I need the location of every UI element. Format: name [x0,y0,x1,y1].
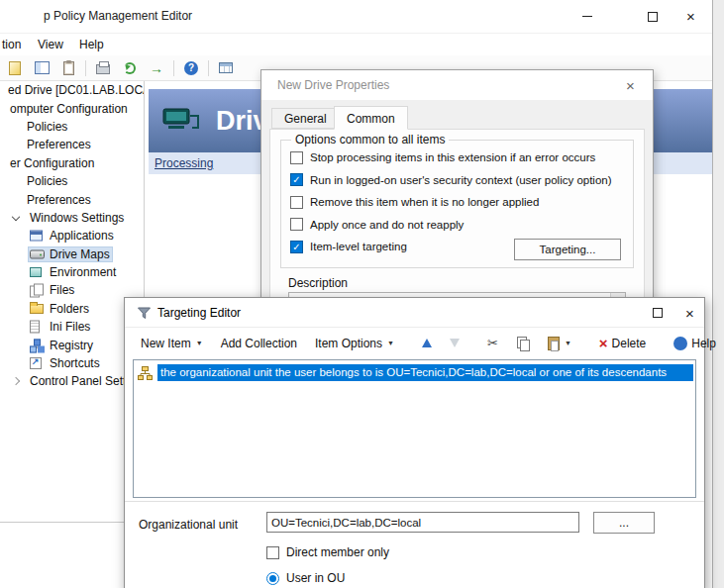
minimize-icon [582,16,592,17]
tree-item-preferences[interactable]: Preferences [0,136,144,153]
tree-item-files[interactable]: Files [0,281,144,299]
refresh-button[interactable] [120,58,140,78]
maximize-icon [653,308,663,318]
checkbox-checked[interactable] [290,173,303,186]
tree-toggle-button[interactable] [32,58,52,78]
checkbox-label: Apply once and do not reapply [310,219,464,231]
export-icon [150,60,163,76]
clipboard-button[interactable] [58,58,78,78]
user-in-ou-option[interactable]: User in OU [266,571,345,585]
option-run-in-logged-on-user-s-security-context-user-policy-option[interactable]: Run in logged-on user's security context… [290,169,633,192]
export-button[interactable] [147,58,166,78]
drive-dialog-titlebar[interactable]: New Drive Properties × [261,70,653,100]
targeting-item-list[interactable]: the organizational unit the user belongs… [133,359,696,498]
copy-icon [516,337,530,350]
tree-item-drive-maps[interactable]: Drive Maps [0,245,144,263]
checkbox-label: Run in logged-on user's security context… [310,174,612,186]
cut-button[interactable] [479,332,506,354]
tree-item-policies[interactable]: Policies [0,172,144,190]
applications-icon [30,231,43,242]
registry-icon [30,339,44,351]
targeting-close-button[interactable]: × [673,298,706,328]
tree-item-policies[interactable]: Policies [0,118,144,136]
chevron-expanded-icon[interactable] [12,213,20,221]
processing-link[interactable]: Processing [155,156,213,170]
targeting-button[interactable]: Targeting... [514,239,621,260]
help-label: Help [691,337,716,350]
maximize-icon [648,12,658,22]
direct-member-checkbox[interactable] [266,546,279,559]
tree-item-folders[interactable]: Folders [0,300,144,318]
new-drive-properties-dialog: New Drive Properties × General Common Op… [260,69,654,312]
tree-item-ed-drive-dc01-lab-loca[interactable]: ed Drive [DC01.LAB.LOCA [0,81,144,99]
targeting-list-item[interactable]: the organizational unit the user belongs… [136,363,693,382]
organizational-unit-input[interactable] [266,512,579,533]
tree-item-preferences[interactable]: Preferences [0,190,144,208]
tree-item-label: Policies [27,120,67,134]
qhelp-button[interactable] [181,58,201,78]
tree-item-environment[interactable]: Environment [0,263,144,281]
menu-help[interactable]: Help [79,38,104,51]
tree-item-label: Shortcuts [50,356,100,370]
down-arrow-icon [450,339,460,347]
environment-icon [30,267,42,277]
description-label: Description [288,276,348,290]
menu-view[interactable]: View [38,38,63,51]
targeting-editor-dialog: Targeting Editor × New Item▼Add Collecti… [124,297,705,588]
option-stop-processing-items-in-this-extension-if-an-error-occurs[interactable]: Stop processing items in this extension … [290,147,633,169]
tree-item-shortcuts[interactable]: Shortcuts [0,354,144,372]
move-down-button[interactable] [442,335,467,351]
targeting-titlebar[interactable]: Targeting Editor × [125,298,704,328]
tree-item-windows-settings[interactable]: Windows Settings [0,209,144,227]
user-in-ou-radio[interactable] [266,572,279,585]
direct-member-label: Direct member only [286,545,389,559]
item-options-button[interactable]: Item Options▼ [307,333,402,354]
direct-member-only-option[interactable]: Direct member only [266,545,389,559]
tab-general[interactable]: General [271,108,340,129]
shortcuts-icon [30,357,42,369]
console-button[interactable] [5,58,25,78]
new-item-button[interactable]: New Item▼ [133,333,211,354]
menu-tion[interactable]: tion [2,38,21,51]
tree-item-applications[interactable]: Applications [0,227,144,245]
minimize-button[interactable] [565,0,609,33]
tree-item-er-configuration[interactable]: er Configuration [0,154,144,172]
chevron-collapsed-icon[interactable] [12,377,20,385]
move-up-button[interactable] [414,335,440,351]
menu-bar: tionViewHelp [0,34,712,55]
delete-button[interactable]: Delete [591,332,654,355]
tab-common[interactable]: Common [334,106,408,130]
checkbox-unchecked[interactable] [290,196,303,209]
tree-item-label: Ini Files [50,320,90,334]
ini-files-icon [30,321,40,334]
window-title: p Policy Management Editor [44,9,192,23]
tree-item-label: Preferences [27,138,91,151]
tree-item-registry[interactable]: Registry [0,336,144,353]
tree-item-omputer-configuration[interactable]: omputer Configuration [0,99,144,117]
print-button[interactable] [93,58,113,78]
help-button[interactable]: Help [666,333,724,354]
targeting-toolbar: New Item▼Add CollectionItem Options▼▼Del… [125,328,704,358]
checkbox-unchecked[interactable] [290,218,303,231]
drive-dialog-close-button[interactable]: × [608,70,653,100]
checkbox-label: Item-level targeting [310,241,407,252]
tree-item-label: Registry [50,339,93,352]
dropdown-caret-icon: ▼ [565,340,571,346]
qhelp-icon [673,337,687,350]
targeting-maximize-button[interactable] [641,298,673,328]
table-view-button[interactable] [216,58,236,78]
option-apply-once-and-do-not-reapply[interactable]: Apply once and do not reapply [290,214,633,237]
add-collection-button[interactable]: Add Collection [213,333,305,354]
browse-button[interactable]: ... [593,512,655,534]
tree-item-control-panel-sett[interactable]: Control Panel Sett [0,372,144,390]
option-remove-this-item-when-it-is-no-longer-applied[interactable]: Remove this item when it is no longer ap… [290,191,633,214]
gpme-titlebar[interactable]: p Policy Management Editor × [0,0,712,34]
paste-button[interactable]: ▼ [540,333,579,354]
tree-item-ini-files[interactable]: Ini Files [0,318,144,336]
copy-button[interactable] [508,333,538,354]
checkbox-unchecked[interactable] [290,151,303,164]
checkbox-checked[interactable] [290,241,303,253]
tree-item-label: omputer Configuration [10,102,128,116]
tree-item-label: Environment [50,265,116,279]
close-button[interactable]: × [669,0,713,33]
